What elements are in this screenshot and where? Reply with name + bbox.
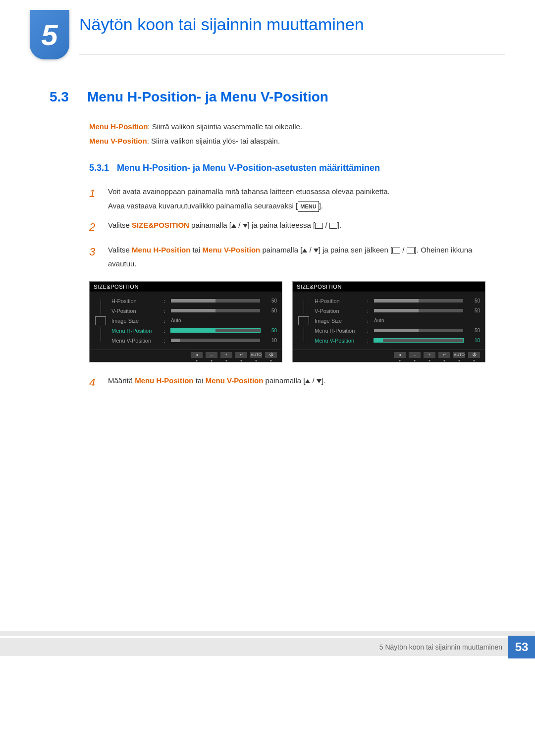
subsection-heading: 5.3.1 Menu H-Position- ja Menu V-Positio… [89,163,485,173]
osd-nav-power-icon: ⏻ [468,352,480,358]
osd-item-menuv: Menu V-Position: 10 [111,336,277,346]
osd-item-menuv-selected: Menu V-Position: 10 [315,336,480,346]
osd-item-menuh-selected: Menu H-Position: 50 [111,326,277,336]
enter-icon [329,223,337,229]
osd-item-vpos: V-Position: 50 [315,306,480,316]
osd-nav-enter-icon: ↵ [235,352,247,358]
osd-category-icon [95,316,106,325]
step-number: 3 [89,242,99,271]
rect-icon [315,223,323,229]
osd-title: SIZE&POSITION [293,282,485,292]
osd-item-hpos: H-Position: 50 [111,296,277,306]
osd-nav-bar: ◂ – + ↵ AUTO ⏻ [293,350,485,358]
def-vpos-text: : Siirrä valikon sijaintia ylös- tai ala… [147,137,280,145]
osd-panel-vpos: SIZE&POSITION H-Position: 50 V-Position: [292,281,485,362]
section-heading: 5.3 Menu H-Position- ja Menu V-Position [50,89,485,105]
osd-nav-back-icon: ◂ [191,352,203,358]
step-3: 3 Valitse Menu H-Position tai Menu V-Pos… [89,242,485,271]
osd-icon-column [95,296,107,346]
osd-item-imgsize: Image Size: Auto [315,316,480,326]
step-1: 1 Voit avata avainoppaan painamalla mitä… [89,183,485,213]
def-hpos-text: : Siirrä valikon sijaintia vasemmalle ta… [148,122,302,131]
definitions: Menu H-Position: Siirrä valikon sijainti… [89,120,485,148]
step-list: 1 Voit avata avainoppaan painamalla mitä… [89,183,485,271]
arrow-down-icon [314,249,319,252]
osd-item-vpos: V-Position: 50 [111,306,277,316]
arrow-up-icon [302,249,307,252]
arrow-down-icon [243,224,248,228]
osd-icon-column [298,296,310,346]
chapter-title: Näytön koon tai sijainnin muuttaminen [79,15,505,54]
osd-item-imgsize: Image Size: Auto [111,316,277,326]
arrow-up-icon [305,379,310,383]
osd-nav-back-icon: ◂ [394,352,406,358]
def-vpos-label: Menu V-Position [89,137,147,145]
def-hpos-label: Menu H-Position [89,122,148,131]
enter-icon [407,248,415,253]
chapter-header: 5 Näytön koon tai sijainnin muuttaminen [30,10,505,59]
osd-nav-auto: AUTO [453,352,465,358]
subsection-title: Menu H-Position- ja Menu V-Position-aset… [117,163,380,173]
footer-text: 5 Näytön koon tai sijainnin muuttaminen [0,638,508,656]
osd-nav-plus-icon: + [220,352,232,358]
osd-nav-auto: AUTO [250,352,262,358]
chapter-number-badge: 5 [30,10,69,59]
rect-icon [392,248,400,253]
osd-nav-plus-icon: + [424,352,435,358]
step-number: 2 [89,217,99,238]
osd-item-hpos: H-Position: 50 [315,296,480,306]
osd-nav-minus-icon: – [409,352,421,358]
section-number: 5.3 [50,89,79,105]
menu-badge: MENU [298,201,319,212]
osd-panel-hpos: SIZE&POSITION H-Position: 50 V-Position: [89,281,282,362]
osd-item-menuh: Menu H-Position: 50 [315,326,480,336]
osd-nav-bar: ◂ – + ↵ AUTO ⏻ [90,350,282,358]
subsection-number: 5.3.1 [89,163,109,173]
osd-category-icon [298,316,309,325]
step-list-2: 4 Määritä Menu H-Position tai Menu V-Pos… [89,372,485,393]
step-number: 4 [89,372,99,393]
arrow-down-icon [317,379,321,383]
osd-nav-enter-icon: ↵ [438,352,450,358]
footer-page-number: 53 [508,636,535,658]
step-number: 1 [89,183,99,213]
step-1-line1: Voit avata avainoppaan painamalla mitä t… [108,185,485,199]
osd-nav-power-icon: ⏻ [265,352,277,358]
step-2: 2 Valitse SIZE&POSITION painamalla [ / ]… [89,217,485,238]
step-4: 4 Määritä Menu H-Position tai Menu V-Pos… [89,372,485,393]
section-title: Menu H-Position- ja Menu V-Position [87,89,328,105]
osd-title: SIZE&POSITION [90,282,282,292]
step-1-line2: Avaa vastaava kuvaruutuvalikko painamall… [108,199,485,213]
osd-nav-minus-icon: – [206,352,217,358]
arrow-up-icon [231,224,236,228]
osd-screenshots: SIZE&POSITION H-Position: 50 V-Position: [89,281,485,362]
page-footer: 5 Näytön koon tai sijainnin muuttaminen … [0,631,535,658]
